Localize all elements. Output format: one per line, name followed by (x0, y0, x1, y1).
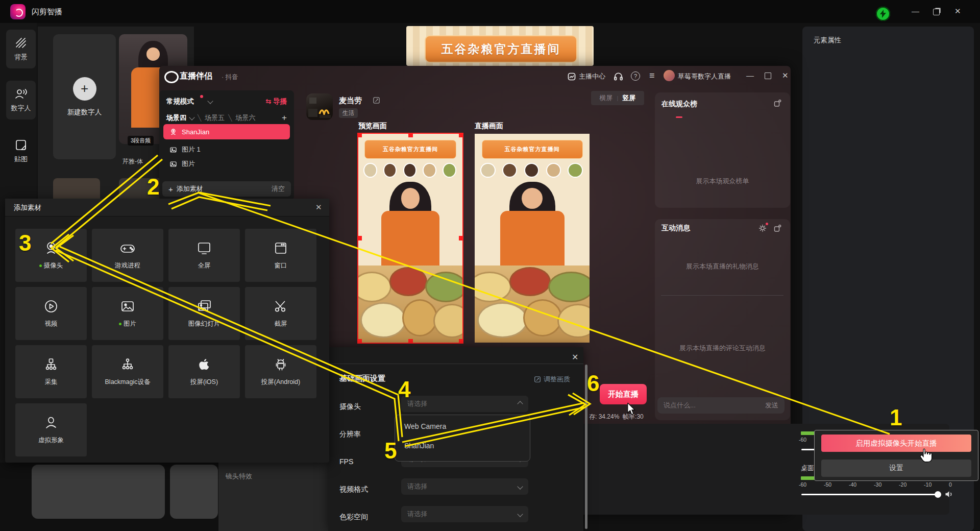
window-close-button[interactable]: ✕ (782, 71, 789, 79)
close-icon[interactable]: ✕ (572, 352, 578, 362)
crop-handle[interactable] (459, 236, 462, 240)
gift-placeholder: 展示本场直播的礼物消息 (655, 262, 790, 271)
scene-thumbnail[interactable] (170, 465, 218, 519)
material-item-image[interactable]: 图片 (92, 287, 163, 340)
crop-handle[interactable] (358, 339, 362, 343)
popout-icon[interactable] (773, 224, 781, 232)
chevron-down-icon (517, 511, 523, 517)
send-button[interactable]: 发送 (765, 401, 778, 410)
fps-label: FPS (339, 457, 353, 466)
crop-handle[interactable] (459, 339, 462, 343)
tab-scene6[interactable]: 场景六 (235, 113, 255, 123)
stream-title-banner: 五谷杂粮官方直播间 (406, 26, 594, 66)
window-maximize-button[interactable] (765, 73, 771, 79)
toggle-landscape[interactable]: 横屏 (600, 93, 613, 103)
source-item-image1[interactable]: 图片 1 (163, 143, 290, 156)
sidebar-item-background[interactable]: 背景 (6, 30, 36, 68)
crop-handle[interactable] (358, 134, 362, 137)
minimize-button[interactable]: — (912, 7, 919, 15)
popout-icon[interactable] (773, 99, 781, 107)
material-item-slideshow[interactable]: 图像幻灯片 (168, 287, 240, 340)
material-item-virtual-avatar[interactable]: 虚拟形象 (15, 403, 87, 456)
virtual-avatar-icon (43, 415, 59, 430)
plus-icon: + (73, 77, 96, 101)
chevron-up-icon (517, 401, 523, 406)
chat-input[interactable]: 说点什么... 发送 (657, 397, 785, 414)
material-item-capture[interactable]: 采集 (15, 345, 87, 398)
window-icon (273, 240, 288, 256)
camera-label: 摄像头 (339, 402, 361, 412)
video-format-select[interactable]: 请选择 (401, 478, 528, 495)
sidebar-item-sticker[interactable]: 贴图 (6, 132, 36, 171)
crop-handle[interactable] (408, 134, 413, 137)
sidebar-item-digital-human[interactable]: 数字人 (6, 81, 36, 119)
chevron-down-icon (189, 114, 194, 120)
source-panel: 常规模式 ⇆ 导播 场景四 ╲ 场景五 ╲ 场景六 + ShanJian 图片 … (159, 90, 294, 200)
online-viewers-card: 在线观众榜 展示本场观众榜单 (655, 92, 790, 208)
camera-select[interactable]: 请选择 (401, 396, 528, 412)
material-item-ios-cast[interactable]: 投屏(iOS) (168, 345, 240, 398)
edit-icon[interactable] (373, 96, 380, 104)
notification-dot (766, 223, 768, 225)
dropdown-option-webcamera[interactable]: Web Camera (404, 422, 446, 430)
video-banner: 五谷杂粮官方直播间 (482, 140, 583, 159)
speaker-icon[interactable] (945, 491, 953, 498)
notification-dot (200, 95, 203, 98)
material-item-window[interactable]: 窗口 (245, 229, 316, 282)
adjust-quality-link[interactable]: 调整画质 (534, 375, 570, 384)
crop-handle[interactable] (408, 339, 413, 343)
material-item-android-cast[interactable]: 投屏(Android) (245, 345, 316, 398)
close-button[interactable]: ✕ (954, 7, 961, 15)
crop-handle[interactable] (358, 236, 362, 240)
color-space-label: 色彩空间 (339, 513, 368, 522)
add-material-dialog: 添加素材 ✕ 摄像头 游戏进程 全屏 窗口 视频 图片 图像幻灯片 截屏 采集 (5, 199, 329, 463)
material-item-video[interactable]: 视频 (15, 287, 87, 340)
hand-cursor (919, 447, 934, 464)
material-item-game[interactable]: 游戏进程 (92, 229, 163, 282)
plus-icon: + (168, 185, 173, 194)
start-live-button[interactable]: 开始直播 (600, 384, 647, 404)
window-minimize-button[interactable]: — (746, 71, 754, 79)
color-space-select[interactable]: 请选择 (401, 506, 528, 522)
scene-thumbnail[interactable] (32, 465, 165, 519)
digital-human-name: 芹雅-体 (122, 157, 143, 166)
menu-icon[interactable]: ≡ (649, 70, 655, 81)
image-icon (169, 146, 177, 154)
material-item-blackmagic[interactable]: Blackmagic设备 (92, 345, 163, 398)
help-icon[interactable]: ? (631, 71, 640, 81)
preview-right-label: 直播画面 (475, 122, 503, 131)
orientation-toggle[interactable]: 横屏 | 竖屏 (591, 91, 644, 105)
preview-video[interactable]: 五谷杂粮官方直播间 (358, 134, 462, 343)
material-item-fullscreen[interactable]: 全屏 (168, 229, 240, 282)
toggle-portrait[interactable]: 竖屏 (622, 93, 635, 103)
enable-virtual-camera-button[interactable]: 启用虚拟摄像头开始直播 (821, 435, 971, 452)
sidebar-item-label: 数字人 (11, 104, 31, 113)
add-scene-button[interactable]: + (282, 113, 287, 123)
crop-handle[interactable] (459, 134, 462, 137)
close-icon[interactable]: ✕ (315, 203, 322, 212)
clear-button[interactable]: 清空 (272, 184, 285, 194)
gear-icon[interactable] (758, 224, 767, 232)
trend-icon (568, 73, 576, 81)
account-avatar[interactable] (664, 70, 675, 81)
tab-scene5[interactable]: 场景五 (205, 113, 225, 123)
mode-selector[interactable]: 常规模式 (166, 97, 194, 106)
material-item-screenshot[interactable]: 截屏 (245, 287, 316, 340)
volume-slider-knob[interactable] (935, 491, 941, 498)
restore-button[interactable] (933, 9, 940, 15)
volume-slider[interactable] (801, 494, 939, 495)
source-item-image[interactable]: 图片 (163, 157, 290, 171)
dropdown-option-shanjian[interactable]: ShanJian (404, 442, 434, 450)
director-button[interactable]: ⇆ 导播 (265, 97, 287, 106)
anchor-center-button[interactable]: 主播中心 (568, 72, 605, 81)
add-material-bar[interactable]: + 添加素材 清空 (162, 181, 291, 197)
accelerator-icon[interactable] (876, 7, 890, 21)
settings-button[interactable]: 设置 (821, 460, 971, 477)
interactive-messages-card: 互动消息 展示本场直播的礼物消息 展示本场直播的评论互动消息 说点什么... 发… (655, 219, 790, 420)
new-digital-human-card[interactable]: + 新建数字人 (53, 34, 116, 159)
apple-icon (197, 357, 212, 372)
tab-scene4[interactable]: 场景四 (166, 113, 186, 123)
headphone-icon[interactable] (614, 71, 623, 81)
source-item-shanjian[interactable]: ShanJian (163, 124, 290, 139)
window-title: 直播伴侣 (180, 71, 212, 82)
